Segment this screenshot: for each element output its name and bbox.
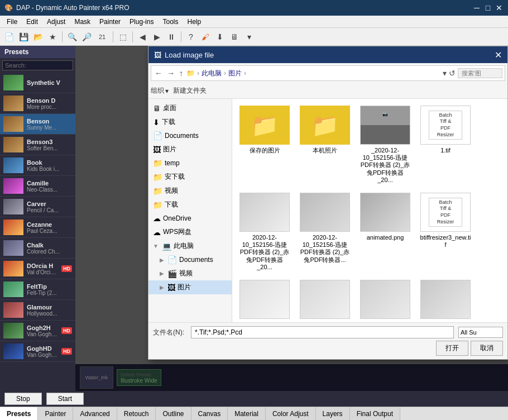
toolbar-down[interactable]: ⬇ [213, 30, 227, 44]
toolbar-zoom-out[interactable]: 🔍 [65, 30, 79, 44]
file-item-btiffresizer[interactable]: BatchTiff &PDFResizer btiffresizer3_new.… [418, 190, 473, 273]
organize-button[interactable]: 组织 ▾ [151, 86, 169, 96]
file-item-2020b[interactable]: 2020-12-10_152156-迅捷PDF转换器 (2)_赤兔PDF转换器_… [237, 190, 293, 273]
file-item-demo02jpg[interactable]: demo-02.jpg [237, 278, 293, 322]
preset-item-chalk[interactable]: Chalk Colored Ch... [0, 238, 75, 259]
maximize-button[interactable]: □ [483, 3, 492, 12]
preset-info-book: Book Kids Book i... [27, 159, 59, 172]
file-label-demo08: demo-08... [431, 321, 461, 322]
close-button[interactable]: ✕ [495, 3, 504, 12]
file-item-1tif[interactable]: BatchTiff &PDFResizer 1.tif [418, 103, 473, 186]
file-item-demo08[interactable]: demo-08... [418, 278, 473, 322]
preset-item-book[interactable]: Book Kids Book i... [0, 155, 75, 176]
start-button[interactable]: Start [46, 393, 84, 405]
sidebar-wps[interactable]: ☁ WPS网盘 [148, 225, 232, 239]
stop-button[interactable]: Stop [4, 393, 42, 405]
tab-canvas[interactable]: Canvas [191, 407, 228, 420]
menu-help[interactable]: Help [183, 17, 205, 27]
cancel-button[interactable]: 取消 [471, 341, 503, 356]
preset-item-felttip[interactable]: FeltTip Felt-Tip (2... [0, 279, 75, 300]
filename-input[interactable] [191, 326, 454, 338]
sidebar-desktop[interactable]: 🖥 桌面 [148, 101, 232, 115]
preset-item-cezanne[interactable]: Cezanne Paul Ceza... [0, 217, 75, 238]
sidebar-downloads[interactable]: ⬇ 下载 [148, 115, 232, 129]
menu-file[interactable]: File [2, 17, 22, 27]
presets-search-input[interactable] [2, 60, 73, 70]
file-item-animated[interactable]: animated.png [357, 190, 413, 273]
toolbar-pause[interactable]: ⏸ [165, 30, 178, 44]
preset-sub-goghhd: Van Gogh HD (Church) [27, 352, 58, 358]
toolbar-zoom-in[interactable]: 🔎 [80, 30, 93, 44]
sidebar-pics-sub[interactable]: ▶ 🖼 图片 [148, 280, 232, 294]
refresh-button[interactable]: ↺ [449, 69, 456, 78]
file-item-folder2[interactable]: 📁 本机照片 [297, 103, 353, 186]
filetype-select[interactable] [458, 327, 503, 338]
toolbar-brush[interactable]: 🖌 [199, 30, 212, 44]
preset-item-synthetic[interactable]: Synthetic V [0, 73, 75, 93]
breadcrumb-computer[interactable]: 📁 [186, 69, 195, 77]
breadcrumb-pictures[interactable]: 图片 [228, 69, 242, 78]
breadcrumb-this-pc[interactable]: 此电脑 [202, 69, 222, 78]
back-button[interactable]: ← [154, 68, 164, 79]
new-folder-button[interactable]: 新建文件夹 [173, 86, 207, 96]
sidebar-thispc[interactable]: ▼ 💻 此电脑 [148, 239, 232, 253]
sidebar-pictures[interactable]: 🖼 图片 [148, 142, 232, 156]
preset-item-dorcia[interactable]: DOrcia H Val d'Orcia... HD [0, 259, 75, 279]
file-item-2020c[interactable]: 2020-12-10_152156-迅捷PDF转换器 (2)_赤兔PDF转换器.… [297, 190, 353, 273]
menu-plugins[interactable]: Plug-ins [125, 17, 158, 27]
menu-edit[interactable]: Edit [22, 17, 42, 27]
toolbar-play[interactable]: ◀ [136, 30, 149, 44]
file-item-demo02tif[interactable]: demo-02.tif [297, 278, 353, 322]
minimize-button[interactable]: ─ [472, 3, 481, 12]
sidebar-documents[interactable]: 📄 Documents [148, 129, 232, 142]
toolbar-help[interactable]: ? [184, 30, 198, 44]
tab-material[interactable]: Material [228, 407, 266, 420]
preset-item-camille[interactable]: Camille Neo-Class... [0, 176, 75, 197]
menu-tools[interactable]: Tools [158, 17, 183, 27]
search-input[interactable] [458, 68, 502, 78]
menu-adjust[interactable]: Adjust [42, 17, 70, 27]
sidebar-videos[interactable]: 📁 视频 [148, 184, 232, 198]
preset-item-goghhd[interactable]: GoghHD Van Gogh HD (Church) HD [0, 341, 75, 362]
file-item-folder1[interactable]: 📁 保存的图片 [237, 103, 293, 186]
toolbar-playfwd[interactable]: ▶ [150, 30, 164, 44]
preset-name-goghhd: GoghHD [27, 345, 58, 352]
preset-item-benson[interactable]: Benson Sunny Me... [0, 114, 75, 135]
toolbar-dropdown[interactable]: ▾ [242, 30, 256, 44]
toolbar-new[interactable]: 📄 [2, 30, 16, 44]
sidebar-dl2[interactable]: 📁 下载 [148, 198, 232, 212]
up-button[interactable]: ↑ [178, 68, 184, 79]
breadcrumb-dropdown[interactable]: ▾ [443, 69, 447, 78]
tab-layers[interactable]: Layers [316, 407, 350, 420]
sidebar-anxiazai[interactable]: 📁 安下载 [148, 170, 232, 184]
tab-finaloutput[interactable]: Final Output [350, 407, 400, 420]
file-item-demo08jpg[interactable]: demo-08.jpg [357, 278, 413, 322]
menu-painter[interactable]: Painter [95, 17, 125, 27]
tab-retouch[interactable]: Retouch [117, 407, 156, 420]
open-button[interactable]: 打开 [436, 341, 468, 356]
toolbar-open[interactable]: 📂 [31, 30, 45, 44]
tab-advanced[interactable]: Advanced [73, 407, 117, 420]
preset-item-gogh2h[interactable]: Gogh2H Van Gogh 2 HD (V4) HD [0, 321, 75, 341]
preset-item-bensond[interactable]: Benson D More proc... [0, 93, 75, 114]
toolbar-monitor[interactable]: 🖥 [228, 30, 241, 44]
sidebar-temp[interactable]: 📁 temp [148, 156, 232, 170]
dialog-close-button[interactable]: ✕ [495, 50, 502, 60]
preset-item-glamour[interactable]: Glamour Hollywood... [0, 300, 75, 321]
forward-button[interactable]: → [166, 68, 176, 79]
tab-coloradjust[interactable]: Color Adjust [266, 407, 316, 420]
tab-painter[interactable]: Painter [38, 407, 73, 420]
sidebar-videos-sub[interactable]: ▶ 🎬 视频 [148, 266, 232, 280]
preset-name-carver: Carver [27, 201, 59, 207]
sidebar-onedrive[interactable]: ☁ OneDrive [148, 212, 232, 225]
preset-item-benson3[interactable]: Benson3 Softer Ben... [0, 135, 75, 155]
tab-outline[interactable]: Outline [156, 407, 191, 420]
sidebar-docs-sub[interactable]: ▶ 📄 Documents [148, 253, 232, 266]
toolbar-star[interactable]: ★ [46, 30, 59, 44]
toolbar-save[interactable]: 💾 [17, 30, 30, 44]
menu-mask[interactable]: Mask [70, 17, 95, 27]
toolbar-crop[interactable]: ⬚ [116, 30, 130, 44]
preset-item-carver[interactable]: Carver Pencil / Ca... [0, 197, 75, 217]
tab-presets[interactable]: Presets [0, 407, 38, 420]
file-item-2020a[interactable]: 📷 _2020-12-10_152156-迅捷PDF转换器 (2)_赤兔PDF转… [357, 103, 413, 186]
